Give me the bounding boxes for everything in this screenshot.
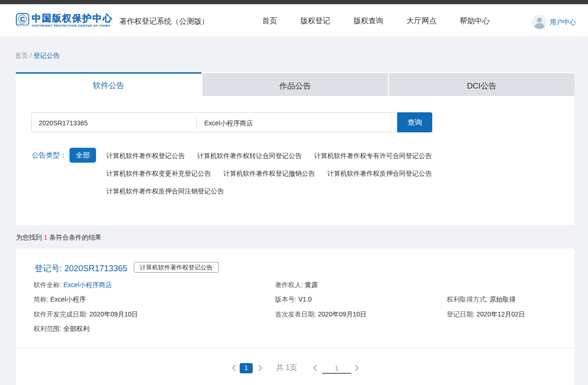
svg-text:C: C [20,15,25,23]
svg-text:CPCC: CPCC [18,23,28,26]
